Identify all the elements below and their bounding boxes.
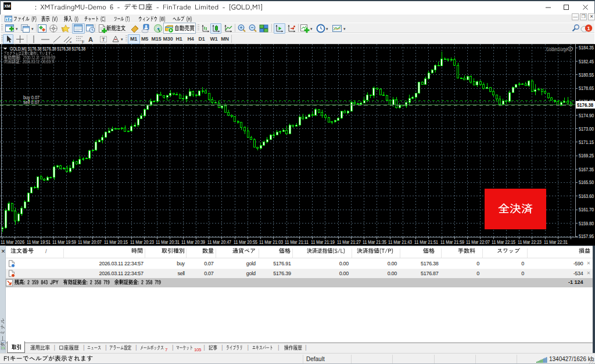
svg-text:5173.00: 5173.00 bbox=[579, 126, 594, 132]
svg-text:11 Mar 20:55: 11 Mar 20:55 bbox=[234, 239, 257, 245]
svg-text:11 Mar 20:39: 11 Mar 20:39 bbox=[181, 239, 205, 245]
svg-text:11 Mar 20:47: 11 Mar 20:47 bbox=[207, 239, 231, 245]
svg-text:11 Mar 21:43: 11 Mar 21:43 bbox=[388, 239, 412, 245]
svg-text:11 Mar 22:23: 11 Mar 22:23 bbox=[518, 239, 542, 245]
svg-text:11 Mar 21:03: 11 Mar 21:03 bbox=[259, 239, 283, 245]
svg-text:11 Mar 21:59: 11 Mar 21:59 bbox=[440, 239, 464, 245]
svg-text:5169.25: 5169.25 bbox=[579, 153, 594, 158]
svg-text:GoldenSurge: GoldenSurge bbox=[546, 46, 568, 52]
svg-text:11 Mar 22:15: 11 Mar 22:15 bbox=[492, 239, 515, 245]
svg-text:11 Mar 21:51: 11 Mar 21:51 bbox=[414, 239, 438, 245]
svg-text:5174.90: 5174.90 bbox=[579, 113, 594, 118]
svg-text:5178.65: 5178.65 bbox=[579, 85, 594, 91]
svg-text:5163.60: 5163.60 bbox=[579, 193, 594, 199]
svg-text:11 Mar 21:35: 11 Mar 21:35 bbox=[363, 239, 386, 245]
svg-text:5180.55: 5180.55 bbox=[579, 72, 594, 78]
svg-text:1: 1 bbox=[587, 26, 590, 31]
svg-text:5167.35: 5167.35 bbox=[579, 167, 594, 172]
svg-text:5157.95: 5157.95 bbox=[579, 233, 594, 239]
svg-text:5161.70: 5161.70 bbox=[579, 207, 594, 212]
svg-text:5171.15: 5171.15 bbox=[579, 139, 594, 145]
svg-text:T: T bbox=[102, 37, 105, 42]
svg-text:5165.50: 5165.50 bbox=[579, 179, 594, 185]
svg-text:11 Mar 22:07: 11 Mar 22:07 bbox=[466, 239, 490, 245]
svg-text:5182.45: 5182.45 bbox=[579, 59, 594, 64]
svg-text:R: R bbox=[569, 48, 572, 51]
svg-text:11 Mar 20:31: 11 Mar 20:31 bbox=[156, 239, 180, 245]
svg-text:F: F bbox=[82, 40, 84, 44]
svg-text:sell 0.07: sell 0.07 bbox=[23, 99, 40, 105]
svg-text:11 Mar 20:15: 11 Mar 20:15 bbox=[104, 239, 128, 245]
svg-text:11 Mar 19:59: 11 Mar 19:59 bbox=[52, 239, 76, 245]
svg-text:11 Mar 20:23: 11 Mar 20:23 bbox=[130, 239, 154, 245]
svg-text:5176.38: 5176.38 bbox=[577, 102, 593, 108]
svg-text:11 Mar 21:27: 11 Mar 21:27 bbox=[337, 239, 361, 245]
svg-text:11 Mar 20:07: 11 Mar 20:07 bbox=[78, 239, 102, 245]
svg-text:e: e bbox=[70, 40, 72, 44]
svg-text:5184.35: 5184.35 bbox=[579, 45, 594, 51]
svg-text:5159.80: 5159.80 bbox=[579, 221, 594, 226]
svg-text:11 Mar 2026: 11 Mar 2026 bbox=[1, 239, 24, 245]
svg-text:11 Mar 21:11: 11 Mar 21:11 bbox=[285, 239, 309, 245]
svg-text:11 Mar 22:31: 11 Mar 22:31 bbox=[544, 239, 568, 245]
svg-text:11 Mar 19:51: 11 Mar 19:51 bbox=[27, 239, 51, 245]
svg-text:11 Mar 21:19: 11 Mar 21:19 bbox=[311, 239, 335, 245]
